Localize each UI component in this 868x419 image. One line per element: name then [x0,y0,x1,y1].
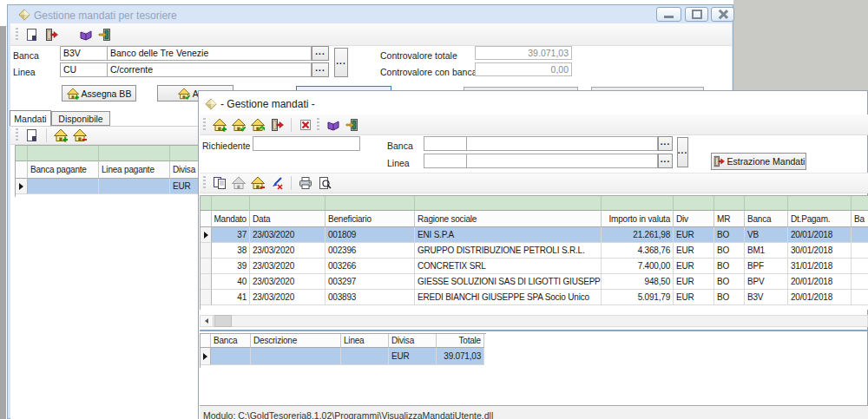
linea-name-field[interactable]: C/corrente [107,62,312,77]
sheet-icon[interactable] [24,27,40,43]
table-cell: 38 [212,243,250,259]
house-refresh-icon[interactable] [250,117,266,133]
mandati-table: MandatoDataBeneficiarioRagione socialeIm… [200,195,868,310]
table-cell: GIESSE SOLUZIONI SAS DI LIGOTTI GIUSEPPE [415,274,602,290]
table-cell: EUR [674,290,714,305]
house-minus-icon[interactable] [72,128,88,143]
maximize-button[interactable] [685,7,708,22]
table-cell: 003266 [326,259,415,274]
column-header[interactable]: Banca pagante [28,161,99,179]
book-icon[interactable] [326,117,341,133]
book-icon[interactable] [78,27,94,43]
close-button[interactable] [711,7,734,22]
column-header[interactable]: Mandato [212,211,250,227]
copy-icon[interactable] [212,175,227,191]
column-header[interactable]: Data [250,211,326,227]
group-header-cell [714,196,745,211]
column-header[interactable]: Banca [745,211,788,227]
table-row[interactable]: EUR39.071,03 [201,348,486,365]
status-text: Modulo: C:\GoldTesoreria8.1.02\Programmi… [203,410,493,419]
banca-linea-extra-browse-button[interactable]: ... [334,48,348,77]
linea-browse-button[interactable]: ... [658,154,673,168]
column-header[interactable]: Banca [211,334,251,348]
column-header[interactable]: Ba [852,211,868,227]
banca-browse-button[interactable]: ... [312,46,329,61]
horizontal-scrollbar[interactable] [200,315,868,327]
row-selector[interactable] [201,227,212,243]
column-header[interactable]: Divisa [389,334,437,348]
banca-linea-extra-browse-button[interactable]: ... [677,137,688,167]
richiedente-field[interactable] [253,136,360,151]
table-cell: 31/01/2018 [788,259,852,274]
column-header[interactable]: Importo in valuta [602,211,674,227]
controvalore-banca-field: 0,00 [475,62,572,76]
column-header[interactable]: Div [674,211,714,227]
door-red-icon[interactable] [43,27,59,43]
table-cell: 001809 [326,227,415,243]
group-header-cell [852,196,868,211]
banca-code-field[interactable]: B3V [60,46,108,61]
banca-code-field[interactable] [424,136,467,151]
column-header[interactable]: Beneficiario [326,211,415,227]
column-header[interactable]: Dt.Pagam. [788,211,852,227]
house-gray-icon[interactable] [231,175,247,191]
tab-disponibile[interactable]: Disponibile [51,111,110,126]
toolbar-separator [291,118,292,132]
table-row[interactable]: 4023/03/2020003297GIESSE SOLUZIONI SAS D… [201,274,868,290]
row-selector[interactable] [201,274,212,290]
minimize-button[interactable] [656,7,681,22]
door-red-icon[interactable] [269,117,285,133]
print-icon[interactable] [298,175,313,191]
table-row[interactable]: 4123/03/2020003893EREDI BIANCHI GIUSEPPE… [201,290,868,305]
row-selector[interactable] [16,179,28,194]
red-x-icon[interactable] [298,117,313,133]
row-selector[interactable] [201,243,212,259]
banca-name-field[interactable] [466,136,658,151]
banca-name-field[interactable]: Banco delle Tre Venezie [107,46,312,61]
linea-name-field[interactable] [466,154,658,168]
scroll-left-button[interactable] [201,316,214,326]
toolbar-separator [291,176,292,190]
column-header[interactable]: Linea pagante [99,161,170,179]
table-row[interactable]: 3823/03/2020002396GRUPPO DISTRIBUZIONE P… [201,243,868,259]
app-gem-icon [205,98,217,110]
current-row-marker-icon [204,232,208,239]
table-row[interactable]: 3923/03/2020003266CONCRETIX SRL7.400,00E… [201,259,868,274]
scrollbar-thumb[interactable] [214,315,232,327]
table-cell [852,259,868,274]
column-header[interactable]: Linea [341,334,389,348]
door-green-icon[interactable] [345,117,360,133]
toolbar-separator [46,128,47,142]
preview-icon[interactable] [317,175,332,191]
linea-browse-button[interactable]: ... [312,62,329,77]
export-x-icon[interactable] [269,175,285,191]
banca-browse-button[interactable]: ... [658,136,673,151]
row-selector[interactable] [201,259,212,274]
controvalore-banca-label: Controvalore con banca [380,67,477,77]
house-check-icon[interactable] [231,117,247,133]
sheet-icon[interactable] [24,128,40,143]
panel-splitter[interactable] [200,330,868,331]
door-green-icon[interactable] [97,27,113,43]
tab-mandati[interactable]: Mandati [10,110,51,126]
group-header-cell [745,196,788,211]
house-plus-icon[interactable] [53,128,69,143]
assegna-bb-button[interactable]: Assegna BB [62,85,136,101]
row-selector[interactable] [201,290,212,305]
estrazione-mandati-button[interactable]: Estrazione Mandati [711,153,806,170]
linea-code-field[interactable]: CU [60,62,108,77]
table-row[interactable]: 3723/03/2020001809ENI S.P.A21.261,98EURB… [201,227,868,243]
table-cell: 5.091,79 [602,290,674,305]
linea-code-field[interactable] [424,154,467,168]
table-cell: BM1 [745,243,788,259]
column-header[interactable]: Totale [437,334,484,348]
column-header[interactable]: Descrizione [251,334,341,348]
house-minus-icon[interactable] [250,175,266,191]
row-selector[interactable] [201,348,211,365]
column-header[interactable]: MR [714,211,745,227]
scroll-left-icon [205,318,208,324]
main-toolbar [10,23,732,46]
house-plus-icon[interactable] [212,117,227,133]
column-header[interactable]: Ragione sociale [415,211,602,227]
window-gestione-mandati: - Gestione mandati - Richiedente Banca .… [198,90,868,419]
